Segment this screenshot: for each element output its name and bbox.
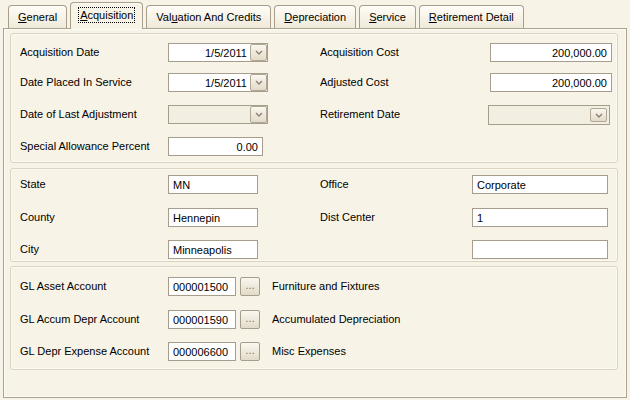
acquisition-date-dropdown-button[interactable] (250, 44, 267, 61)
tab-service[interactable]: Service (359, 5, 416, 28)
gl-accum-depr-account-label: GL Accum Depr Account (20, 313, 139, 325)
date-placed-in-service-dropdown-button[interactable] (250, 74, 267, 91)
location-extra-input[interactable] (472, 240, 608, 259)
state-input[interactable] (168, 175, 258, 194)
special-allowance-percent-label: Special Allowance Percent (20, 140, 150, 152)
gl-depr-expense-account-input[interactable] (168, 342, 236, 361)
gl-accum-depr-account-lookup-button[interactable]: … (240, 310, 260, 329)
tab-valuation-and-credits-label: Valuation And Credits (156, 11, 261, 23)
tab-general[interactable]: General (8, 5, 67, 28)
chevron-down-icon (255, 112, 263, 117)
gl-asset-account-description: Furniture and Fixtures (272, 280, 380, 292)
date-of-last-adjustment-input[interactable] (169, 106, 250, 123)
tab-service-label: Service (369, 11, 406, 23)
acquisition-date-label: Acquisition Date (20, 46, 100, 58)
adjusted-cost-input[interactable] (490, 73, 612, 92)
ellipsis-icon: … (245, 345, 255, 356)
special-allowance-percent-input[interactable] (168, 137, 263, 156)
chevron-down-icon (255, 50, 263, 55)
city-label: City (20, 243, 39, 255)
date-placed-in-service-label: Date Placed In Service (20, 76, 132, 88)
state-label: State (20, 178, 46, 190)
county-input[interactable] (168, 208, 258, 227)
chevron-down-icon (595, 113, 603, 118)
tab-depreciation[interactable]: Depreciation (274, 5, 356, 28)
tab-depreciation-label: Depreciation (284, 11, 346, 23)
gl-asset-account-input[interactable] (168, 277, 236, 296)
acquisition-cost-label: Acquisition Cost (320, 46, 399, 58)
acquisition-date-input[interactable] (169, 44, 250, 61)
date-of-last-adjustment-label: Date of Last Adjustment (20, 108, 137, 120)
date-of-last-adjustment-field (168, 105, 268, 124)
tab-bar: General Acquisition Valuation And Credit… (8, 2, 527, 29)
city-input[interactable] (168, 240, 258, 259)
gl-asset-account-label: GL Asset Account (20, 280, 106, 292)
gl-accum-depr-account-description: Accumulated Depreciation (272, 313, 400, 325)
tab-retirement-detail[interactable]: Retirement Detail (419, 5, 524, 28)
ellipsis-icon: … (245, 280, 255, 291)
retirement-date-dropdown-button[interactable] (590, 108, 607, 122)
asset-acquisition-tab-page: { "tabs": [ {"pre":"","key":"G","post":"… (0, 0, 630, 400)
ellipsis-icon: … (245, 313, 255, 324)
adjusted-cost-label: Adjusted Cost (320, 76, 388, 88)
gl-accum-depr-account-input[interactable] (168, 310, 236, 329)
county-label: County (20, 211, 55, 223)
date-of-last-adjustment-dropdown-button[interactable] (250, 106, 267, 123)
tab-retirement-detail-label: Retirement Detail (429, 11, 514, 23)
date-placed-in-service-input[interactable] (169, 74, 250, 91)
tab-general-label: General (18, 11, 57, 23)
office-input[interactable] (472, 175, 608, 194)
gl-depr-expense-account-lookup-button[interactable]: … (240, 342, 260, 361)
gl-asset-account-lookup-button[interactable]: … (240, 277, 260, 296)
gl-depr-expense-account-label: GL Depr Expense Account (20, 345, 149, 357)
tab-valuation-and-credits[interactable]: Valuation And Credits (146, 5, 271, 28)
retirement-date-label: Retirement Date (320, 108, 400, 120)
dist-center-label: Dist Center (320, 211, 375, 223)
retirement-date-field (488, 105, 610, 125)
acquisition-cost-input[interactable] (490, 43, 612, 62)
dist-center-input[interactable] (472, 208, 608, 227)
date-placed-in-service-field (168, 73, 268, 92)
tab-acquisition-label: Acquisition (80, 9, 133, 21)
acquisition-date-field (168, 43, 268, 62)
gl-depr-expense-account-description: Misc Expenses (272, 345, 346, 357)
office-label: Office (320, 178, 349, 190)
chevron-down-icon (255, 80, 263, 85)
tab-acquisition[interactable]: Acquisition (70, 2, 143, 29)
